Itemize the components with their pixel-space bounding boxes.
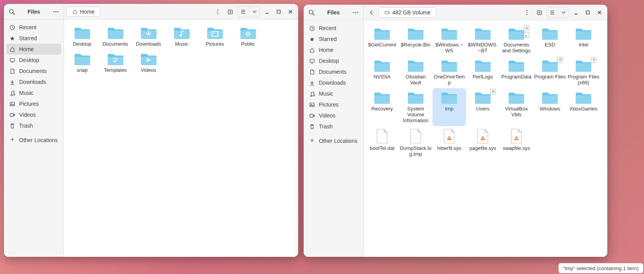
folder-item[interactable]: Documents	[99, 23, 132, 50]
hamburger-menu-button[interactable]	[50, 6, 61, 17]
folder-item[interactable]: Desktop	[66, 23, 99, 50]
file-item[interactable]: bootTel.dat	[365, 126, 399, 160]
sidebar-item-music[interactable]: Music	[306, 88, 361, 99]
close-button[interactable]	[285, 6, 296, 17]
file-item[interactable]: swapfile.sys	[500, 126, 533, 160]
hamburger-menu-button[interactable]	[350, 7, 361, 18]
maximize-button[interactable]	[273, 6, 284, 17]
vdots-icon	[524, 9, 530, 16]
folder-icon	[508, 59, 525, 73]
sidebar-item-documents[interactable]: Documents	[6, 66, 61, 77]
folder-item[interactable]: Users	[466, 88, 500, 126]
folder-item[interactable]: System Volume Information	[399, 88, 432, 126]
path-segment-home[interactable]: Home	[66, 7, 100, 17]
lock-emblem	[557, 57, 563, 62]
sidebar-item-other-locations[interactable]: +Other Locations	[306, 134, 361, 147]
folder-item[interactable]: ProgramData	[500, 56, 533, 88]
back-button[interactable]	[366, 7, 377, 18]
sidebar-item-documents[interactable]: Documents	[306, 66, 361, 77]
sidebar-item-other-locations[interactable]: +Other Locations	[6, 133, 61, 146]
star-icon	[9, 36, 15, 41]
folder-item[interactable]: Intel	[567, 24, 600, 56]
folder-item[interactable]: XboxGames	[567, 88, 600, 126]
maximize-button[interactable]	[582, 7, 593, 18]
sidebar-item-recent[interactable]: Recent	[6, 22, 61, 33]
sidebar-item-pictures[interactable]: Pictures	[6, 98, 61, 109]
folder-item[interactable]: Documents and Settings	[500, 24, 533, 56]
folder-item[interactable]: NVIDIA	[365, 56, 399, 88]
item-label: NVIDIA	[374, 74, 390, 80]
folder-item[interactable]: Windows	[533, 88, 567, 126]
folder-item[interactable]: $Windows.~WS	[432, 24, 466, 56]
folder-item[interactable]: Music	[165, 23, 198, 50]
file-item[interactable]: DumpStack.log.tmp	[399, 126, 432, 160]
content-pane[interactable]: DesktopDocumentsDownloadsMusicPicturesPu…	[64, 20, 298, 257]
content-pane[interactable]: $GetCurrent$Recycle.Bin$Windows.~WS$WIND…	[364, 20, 607, 257]
folder-item[interactable]: Downloads	[132, 23, 165, 50]
view-list-button[interactable]	[547, 7, 558, 18]
sidebar-item-label: Documents	[19, 68, 47, 74]
new-tab-button[interactable]	[225, 6, 236, 17]
path-segment-volume[interactable]: 482 GB Volume	[379, 7, 436, 18]
folder-item[interactable]: Program Files (x86)	[567, 56, 600, 88]
sidebar-item-starred[interactable]: Starred	[306, 34, 361, 44]
folder-icon	[441, 91, 458, 105]
search-button[interactable]	[306, 7, 317, 18]
folder-item[interactable]: Videos	[132, 50, 165, 76]
sidebar-item-trash[interactable]: Trash	[6, 120, 61, 131]
sidebar-item-videos[interactable]: Videos	[306, 110, 361, 121]
item-label: PerfLogs	[473, 74, 493, 80]
sidebar-item-recent[interactable]: Recent	[306, 23, 361, 34]
search-button[interactable]	[6, 6, 17, 17]
item-label: snap	[76, 68, 87, 73]
folder-item[interactable]: Templates	[99, 50, 132, 76]
status-bar: "tmp" selected (containing 1 item)	[559, 263, 643, 273]
trash-icon	[9, 123, 15, 129]
file-item[interactable]: pagefile.sys	[466, 126, 500, 160]
sidebar-item-downloads[interactable]: Downloads	[306, 77, 361, 88]
view-list-button[interactable]	[238, 6, 249, 17]
icon-grid: DesktopDocumentsDownloadsMusicPicturesPu…	[64, 20, 298, 257]
sidebar-item-label: Desktop	[19, 57, 39, 63]
sidebar-item-desktop[interactable]: Desktop	[6, 55, 61, 66]
folder-item[interactable]: Program Files	[533, 56, 567, 88]
sidebar-item-home[interactable]: Home	[6, 44, 61, 55]
sidebar-item-pictures[interactable]: Pictures	[306, 99, 361, 110]
folder-item[interactable]: PerfLogs	[466, 56, 500, 88]
view-options-button[interactable]	[558, 7, 569, 18]
folder-item[interactable]: VirtualBox VMs	[500, 88, 533, 126]
chevron-left-icon	[368, 9, 375, 16]
folder-item[interactable]: Pictures	[198, 23, 231, 50]
folder-item[interactable]: ESD	[533, 24, 567, 56]
folder-item[interactable]: $WINDOWS.~BT	[466, 24, 500, 56]
location-options-button[interactable]	[521, 7, 532, 18]
sidebar-item-videos[interactable]: Videos	[6, 109, 61, 120]
close-button[interactable]	[594, 7, 605, 18]
sidebar-item-desktop[interactable]: Desktop	[306, 55, 361, 66]
folder-icon	[407, 91, 424, 105]
folder-item[interactable]: OneDriveTemp	[432, 56, 466, 88]
folder-item[interactable]: Obsidian Vault	[399, 56, 432, 88]
sidebar-item-music[interactable]: Music	[6, 87, 61, 98]
folder-item[interactable]: tmp	[432, 88, 466, 126]
folder-item[interactable]: Recovery	[365, 88, 399, 126]
download-icon	[309, 80, 315, 86]
folder-icon	[374, 27, 391, 41]
sidebar-item-downloads[interactable]: Downloads	[6, 77, 61, 87]
folder-item[interactable]: Public	[231, 23, 265, 50]
folder-icon	[474, 91, 491, 105]
lock-icon	[491, 90, 495, 93]
location-options-button[interactable]	[212, 6, 223, 17]
new-tab-button[interactable]	[534, 7, 545, 18]
view-options-button[interactable]	[249, 6, 260, 17]
sidebar-item-starred[interactable]: Starred	[6, 33, 61, 44]
file-item[interactable]: hiberfil.sys	[432, 126, 466, 160]
folder-icon	[140, 26, 157, 40]
minimize-button[interactable]	[571, 7, 582, 18]
sidebar-item-trash[interactable]: Trash	[306, 121, 361, 132]
folder-item[interactable]: $Recycle.Bin	[399, 24, 432, 56]
sidebar-item-home[interactable]: Home	[306, 44, 361, 55]
minimize-button[interactable]	[262, 6, 272, 17]
folder-item[interactable]: snap	[66, 50, 99, 76]
folder-item[interactable]: $GetCurrent	[365, 24, 399, 56]
